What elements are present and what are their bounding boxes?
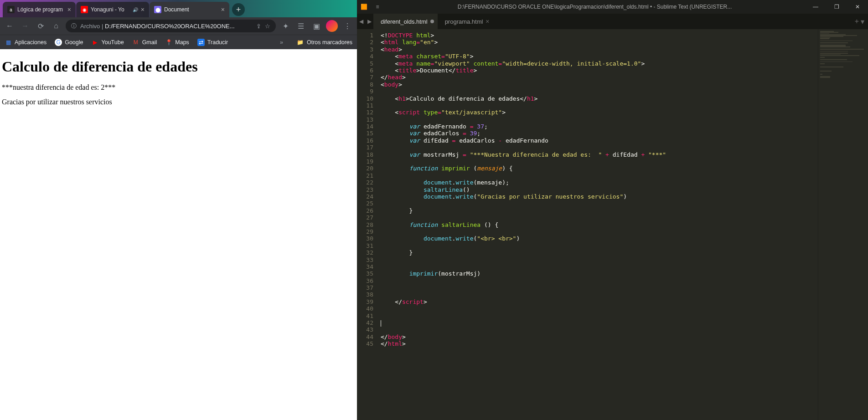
tab-nav-left-icon[interactable]: ◀ <box>357 18 365 25</box>
tab2-close-icon[interactable]: × <box>141 6 145 13</box>
tab3-title: Document <box>164 6 218 13</box>
tab3-favicon: ⬤ <box>154 6 161 13</box>
tab-label: diferent_olds.html <box>381 18 428 25</box>
tab1-favicon: a <box>7 6 15 13</box>
sublime-title-bar: 🟧 ≡ D:\FERNANDO\CURSO ORACLE ONE\logicaP… <box>357 0 868 14</box>
page-content: Calculo de diferencia de edades ***nuest… <box>0 49 357 420</box>
other-label: Otros marcadores <box>307 39 352 46</box>
url-text: Archivo | D:/FERNANDO/CURSO%20ORACLE%20O… <box>80 23 253 30</box>
editor-body: 1234567891011121314151617181920212223242… <box>357 29 868 420</box>
profile-avatar[interactable] <box>326 20 338 32</box>
tab2-favicon: ◉ <box>81 6 88 13</box>
bookmarks-overflow-icon[interactable]: » <box>280 39 283 46</box>
tab-nav-right-icon[interactable]: ▶ <box>365 18 373 25</box>
forward-button[interactable]: → <box>19 20 31 32</box>
translate-icon: ⇄ <box>197 39 205 46</box>
bookmark-google[interactable]: GGoogle <box>55 39 83 46</box>
window-controls: — ❐ ✕ <box>805 0 868 14</box>
back-button[interactable]: ← <box>4 20 16 32</box>
page-title: Calculo de diferencia de edades <box>2 58 355 75</box>
sublime-menu-icon[interactable]: ≡ <box>371 4 384 10</box>
tab-label: programa.html <box>445 18 483 25</box>
gmail-icon: M <box>132 39 140 46</box>
tab1-close-icon[interactable]: × <box>67 6 71 13</box>
bookmark-maps[interactable]: 📍Maps <box>165 39 189 46</box>
minimap[interactable] <box>818 29 868 420</box>
bk-label: Traducir <box>207 39 228 46</box>
tab-close-icon[interactable]: × <box>486 18 489 25</box>
chrome-tab-1[interactable]: a Lógica de program × <box>3 2 76 17</box>
chrome-window: a Lógica de program × ◉ Yonaguni - Yo 🔊 … <box>0 0 357 420</box>
page-line-1: ***nuestra diferencia de edad es: 2*** <box>2 83 355 92</box>
sublime-window: 🟧 ≡ D:\FERNANDO\CURSO ORACLE ONE\logicaP… <box>357 0 868 420</box>
sublime-logo-icon: 🟧 <box>357 4 371 10</box>
bookmarks-bar: ▦Aplicaciones GGoogle ▶YouTube MGmail 📍M… <box>0 35 357 49</box>
bookmark-apps[interactable]: ▦Aplicaciones <box>5 39 46 46</box>
dirty-indicator-icon <box>430 20 434 23</box>
bk-label: Aplicaciones <box>15 39 46 46</box>
tab-dropdown-icon[interactable]: ▾ <box>861 17 864 26</box>
home-button[interactable]: ⌂ <box>50 20 62 32</box>
maximize-button[interactable]: ❐ <box>826 0 847 14</box>
maps-icon: 📍 <box>165 39 172 46</box>
share-icon[interactable]: ⇪ <box>256 23 261 30</box>
close-button[interactable]: ✕ <box>847 0 868 14</box>
tab2-title: Yonaguni - Yo <box>91 6 130 13</box>
tab3-close-icon[interactable]: × <box>221 6 225 13</box>
sublime-title: D:\FERNANDO\CURSO ORACLE ONE\logicaProgr… <box>384 4 805 10</box>
reload-button[interactable]: ⟳ <box>35 20 46 32</box>
google-icon: G <box>55 39 62 46</box>
bk-label: YouTube <box>102 39 124 46</box>
tab2-audio-icon[interactable]: 🔊 <box>133 7 138 12</box>
site-info-icon[interactable]: ⓘ <box>71 22 77 30</box>
other-bookmarks[interactable]: 📁Otros marcadores <box>297 39 352 46</box>
bk-label: Maps <box>175 39 189 46</box>
bookmark-gmail[interactable]: MGmail <box>132 39 157 46</box>
reading-list-icon[interactable]: ☰ <box>295 20 307 32</box>
chrome-tab-2[interactable]: ◉ Yonaguni - Yo 🔊 × <box>76 2 149 17</box>
new-tab-button[interactable]: + <box>232 3 245 16</box>
star-icon[interactable]: ☆ <box>265 23 270 30</box>
tab-actions: + ▾ <box>855 17 868 26</box>
bookmark-translate[interactable]: ⇄Traducir <box>197 39 228 46</box>
minimize-button[interactable]: — <box>805 0 826 14</box>
page-line-2: Gracias por utilizar nuestros servicios <box>2 98 355 106</box>
bookmark-youtube[interactable]: ▶YouTube <box>92 39 124 46</box>
chrome-menu-icon[interactable]: ⋮ <box>341 20 353 32</box>
chrome-tab-3[interactable]: ⬤ Document × <box>150 2 229 17</box>
bk-label: Gmail <box>142 39 157 46</box>
sublime-tabs: ◀ ▶ diferent_olds.html programa.html × +… <box>357 14 868 29</box>
youtube-icon: ▶ <box>92 39 99 46</box>
apps-icon: ▦ <box>5 39 12 46</box>
code-editor[interactable]: <!DOCTYPE html><html lang="en"><head> <m… <box>377 29 818 420</box>
extensions-icon[interactable]: ✦ <box>279 20 291 32</box>
editor-tab-1[interactable]: diferent_olds.html <box>373 14 438 29</box>
editor-tab-2[interactable]: programa.html × <box>438 14 493 29</box>
new-editor-tab-icon[interactable]: + <box>855 17 859 26</box>
line-numbers: 1234567891011121314151617181920212223242… <box>357 29 377 420</box>
address-bar[interactable]: ⓘ Archivo | D:/FERNANDO/CURSO%20ORACLE%2… <box>66 20 276 32</box>
side-panel-icon[interactable]: ▣ <box>310 20 322 32</box>
chrome-tab-strip: a Lógica de program × ◉ Yonaguni - Yo 🔊 … <box>0 0 357 17</box>
folder-icon: 📁 <box>297 39 304 46</box>
bk-label: Google <box>65 39 83 46</box>
chrome-toolbar: ← → ⟳ ⌂ ⓘ Archivo | D:/FERNANDO/CURSO%20… <box>0 17 357 35</box>
tab1-title: Lógica de program <box>17 6 65 13</box>
